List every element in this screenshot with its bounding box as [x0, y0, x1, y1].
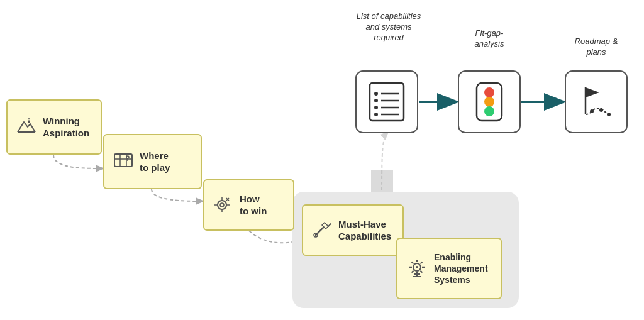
list-icon: [365, 80, 409, 124]
list-capabilities-box: [355, 70, 418, 133]
svg-marker-3: [28, 119, 30, 123]
fitgap-box: [458, 70, 521, 133]
gear-crosshair-icon: [212, 192, 235, 218]
how-to-win-box: How to win: [203, 179, 294, 231]
svg-point-51: [607, 113, 611, 116]
must-have-capabilities-box: Must-Have Capabilities: [302, 204, 404, 256]
roadmap-label: Roadmap &plans: [565, 36, 628, 58]
svg-point-37: [374, 99, 378, 102]
winning-aspiration-box: Winning Aspiration: [6, 99, 102, 155]
where-to-play-box: Where to play: [103, 134, 202, 189]
enabling-management-systems-box: Enabling Management Systems: [396, 238, 502, 299]
svg-point-35: [374, 92, 378, 96]
map-icon: [112, 149, 135, 174]
svg-point-39: [374, 106, 378, 109]
tools-icon: [311, 218, 333, 243]
svg-point-9: [126, 156, 129, 158]
how-to-win-label: How to win: [240, 193, 267, 218]
roadmap-box: [565, 70, 628, 133]
svg-point-44: [484, 87, 494, 97]
svg-point-49: [590, 109, 594, 113]
svg-line-28: [421, 271, 423, 273]
where-to-play-label: Where to play: [140, 150, 170, 174]
svg-point-46: [484, 106, 494, 116]
svg-point-11: [218, 201, 226, 209]
mountain-icon: [15, 114, 38, 140]
svg-marker-48: [586, 87, 599, 97]
svg-point-50: [599, 108, 603, 112]
enabling-management-systems-label: Enabling Management Systems: [434, 251, 488, 286]
svg-point-41: [374, 113, 378, 116]
traffic-light-icon: [470, 80, 508, 124]
svg-point-12: [220, 203, 224, 207]
fitgap-label: Fit-gap-analysis: [458, 28, 521, 50]
svg-line-27: [412, 262, 414, 264]
svg-line-30: [412, 271, 414, 273]
roadmap-icon: [574, 80, 618, 124]
svg-line-20: [328, 224, 331, 226]
winning-aspiration-label: Winning Aspiration: [43, 115, 89, 140]
svg-rect-5: [114, 154, 132, 167]
must-have-capabilities-label: Must-Have Capabilities: [338, 218, 391, 243]
svg-point-22: [416, 266, 418, 268]
gear-management-icon: [405, 255, 429, 282]
list-box-label: List of capabilitiesand systemsrequired: [345, 11, 433, 43]
svg-point-45: [484, 97, 494, 107]
svg-line-29: [421, 262, 423, 264]
